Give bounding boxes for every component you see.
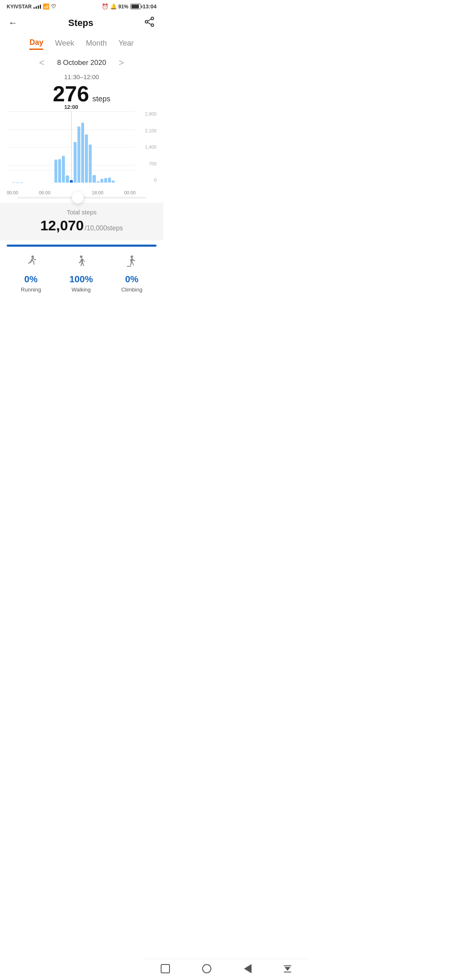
alarm-icon: ⏰ (102, 3, 108, 10)
y-label-2100: 2,100 (145, 128, 157, 133)
y-label-2800: 2,800 (145, 111, 157, 116)
running-pct: 0% (24, 274, 38, 285)
chart-bar-15 (66, 175, 69, 183)
selected-time-label: 12:00 (64, 104, 78, 110)
svg-point-1 (145, 21, 148, 23)
svg-point-0 (151, 17, 154, 20)
slider-track (17, 197, 146, 199)
chart-bar-21 (89, 144, 92, 183)
svg-point-6 (80, 255, 82, 258)
step-unit: steps (92, 95, 110, 103)
chart-x-labels: 00:00 06:00 18:00 00:00 (7, 190, 136, 195)
total-steps-value: 12,070 (40, 217, 84, 233)
battery-icon (130, 4, 141, 9)
activity-climbing: 0% Climbing (121, 254, 143, 293)
svg-point-2 (151, 24, 154, 26)
activity-breakdown: 0% Running 100% Walking 0% Climbing (0, 247, 163, 297)
chart-bar-12 (54, 160, 57, 183)
tab-month[interactable]: Month (86, 38, 107, 50)
climbing-icon (124, 254, 139, 272)
chart-bar-20 (85, 134, 88, 183)
svg-rect-8 (127, 266, 131, 267)
x-label-0600: 06:00 (39, 190, 51, 195)
chart-bar-23 (97, 181, 100, 183)
header: ← Steps (0, 11, 163, 33)
svg-line-3 (147, 19, 151, 21)
alarm2-icon: 🔔 (110, 3, 117, 10)
x-label-2400: 00:00 (124, 190, 136, 195)
page-title: Steps (68, 18, 93, 28)
walking-label: Walking (72, 286, 91, 293)
chart-bar-19 (81, 123, 84, 183)
chart-bar-1 (12, 182, 15, 183)
tab-day[interactable]: Day (29, 38, 43, 50)
steps-chart: 12:00 2,800 2,100 1,400 700 0 00:00 06:0… (7, 111, 157, 195)
chart-bar-13 (58, 159, 61, 183)
step-count-display: 276 steps (0, 81, 163, 106)
activity-running: 0% Running (21, 254, 41, 293)
chart-bars (7, 111, 136, 183)
carrier-label: KYIVSTAR (7, 4, 32, 10)
back-button[interactable]: ← (8, 18, 18, 28)
svg-line-4 (147, 23, 151, 25)
chart-bar-27 (112, 181, 115, 183)
share-button[interactable] (144, 16, 155, 30)
chart-bar-24 (100, 179, 103, 183)
tab-week[interactable]: Week (55, 38, 74, 50)
svg-point-5 (31, 255, 34, 258)
x-label-1800: 18:00 (92, 190, 103, 195)
step-time-range: 11:30–12:00 (0, 73, 163, 80)
svg-point-7 (131, 255, 133, 258)
chart-bar-16 (70, 180, 73, 183)
activity-walking: 100% Walking (69, 254, 93, 293)
chart-y-labels: 2,800 2,100 1,400 700 0 (145, 111, 157, 183)
total-steps-label: Total steps (7, 209, 157, 216)
health-icon: ♡ (51, 3, 56, 10)
status-bar: KYIVSTAR 📶 ♡ ⏰ 🔔 91% 13:04 (0, 0, 163, 11)
current-date: 8 October 2020 (57, 59, 106, 67)
y-label-1400: 1,400 (145, 144, 157, 150)
walking-pct: 100% (69, 274, 93, 285)
time-period-tabs: Day Week Month Year (0, 33, 163, 53)
prev-date-button[interactable]: < (39, 57, 45, 68)
total-steps-section: Total steps 12,070/10,000steps (0, 203, 163, 240)
y-label-700: 700 (149, 161, 157, 166)
slider-thumb[interactable] (72, 192, 84, 204)
chart-bar-26 (108, 178, 111, 183)
date-navigation: < 8 October 2020 > (0, 53, 163, 70)
tab-year[interactable]: Year (118, 38, 134, 50)
chart-bar-22 (92, 175, 95, 183)
time-display: 13:04 (143, 3, 157, 10)
step-number: 276 (53, 82, 89, 106)
battery-pct: 91% (118, 4, 128, 10)
climbing-pct: 0% (125, 274, 139, 285)
running-icon (23, 254, 39, 272)
chart-bar-25 (104, 178, 107, 183)
chart-bar-18 (77, 126, 80, 183)
x-label-0000: 00:00 (7, 190, 18, 195)
climbing-label: Climbing (121, 286, 143, 293)
time-slider[interactable] (7, 197, 157, 199)
y-label-0: 0 (154, 178, 157, 183)
status-right: ⏰ 🔔 91% 13:04 (102, 3, 157, 10)
running-label: Running (21, 286, 41, 293)
signal-icon (33, 5, 41, 9)
chart-bar-17 (74, 142, 77, 183)
chart-bar-14 (62, 156, 65, 183)
status-left: KYIVSTAR 📶 ♡ (7, 3, 56, 10)
wifi-icon: 📶 (43, 3, 49, 10)
next-date-button[interactable]: > (119, 57, 124, 68)
total-steps-goal: /10,000steps (85, 224, 123, 232)
walking-icon (74, 254, 89, 272)
